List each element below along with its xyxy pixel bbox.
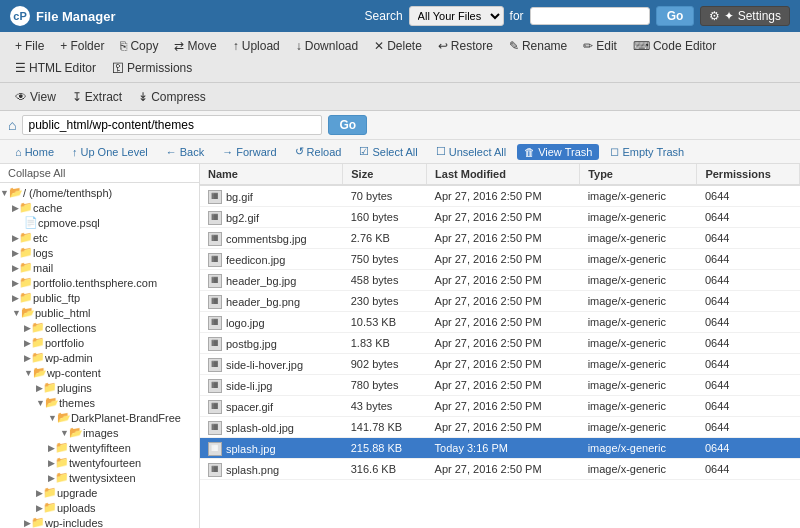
cpanel-logo-icon: cP bbox=[10, 6, 30, 26]
col-modified[interactable]: Last Modified bbox=[427, 164, 580, 185]
file-permissions-cell: 0644 bbox=[697, 354, 800, 375]
tree-item-portfolio[interactable]: ▶ 📁 portfolio bbox=[0, 335, 199, 350]
collapse-all-btn[interactable]: Collapse All bbox=[0, 164, 199, 183]
permissions-button[interactable]: ⚿ Permissions bbox=[105, 58, 199, 78]
tree-item-public-html[interactable]: ▼ 📂 public_html bbox=[0, 305, 199, 320]
tree-item-----home-tenthsph-[interactable]: ▼ 📂 / (/home/tenthsph) bbox=[0, 185, 199, 200]
unselect-all-button[interactable]: ☐ Unselect All bbox=[429, 143, 513, 160]
tree-item-collections[interactable]: ▶ 📁 collections bbox=[0, 320, 199, 335]
tree-item-darkplanet-brandfree[interactable]: ▼ 📂 DarkPlanet-BrandFree bbox=[0, 410, 199, 425]
table-row[interactable]: ▦ splash-old.jpg141.78 KBApr 27, 2016 2:… bbox=[200, 417, 800, 438]
file-size-cell: 780 bytes bbox=[343, 375, 427, 396]
toolbar-primary: + File + Folder ⎘ Copy ⇄ Move ↑ Upload ↓… bbox=[0, 32, 800, 83]
image-file-icon: ▦ bbox=[208, 274, 222, 288]
back-button[interactable]: ← Back bbox=[159, 144, 211, 160]
home-nav-button[interactable]: ⌂ Home bbox=[8, 144, 61, 160]
code-editor-button[interactable]: ⌨ Code Editor bbox=[626, 36, 723, 56]
table-row[interactable]: ▦ spacer.gif43 bytesApr 27, 2016 2:50 PM… bbox=[200, 396, 800, 417]
tree-item-etc[interactable]: ▶ 📁 etc bbox=[0, 230, 199, 245]
tree-item-cache[interactable]: ▶ 📁 cache bbox=[0, 200, 199, 215]
extract-button[interactable]: ↧ Extract bbox=[65, 87, 129, 107]
file-name-cell: ▦ splash.png bbox=[200, 459, 343, 480]
folder-icon: 📁 bbox=[43, 501, 57, 514]
tree-toggle-icon: ▶ bbox=[12, 248, 19, 258]
table-row[interactable]: ▦ bg.gif70 bytesApr 27, 2016 2:50 PMimag… bbox=[200, 185, 800, 207]
copy-button[interactable]: ⎘ Copy bbox=[113, 36, 165, 56]
tree-item-themes[interactable]: ▼ 📂 themes bbox=[0, 395, 199, 410]
path-go-button[interactable]: Go bbox=[328, 115, 367, 135]
col-size[interactable]: Size bbox=[343, 164, 427, 185]
table-row[interactable]: ▦ bg2.gif160 bytesApr 27, 2016 2:50 PMim… bbox=[200, 207, 800, 228]
view-button[interactable]: 👁 View bbox=[8, 87, 63, 107]
col-name[interactable]: Name bbox=[200, 164, 343, 185]
tree-item-twentysixteen[interactable]: ▶ 📁 twentysixteen bbox=[0, 470, 199, 485]
search-area: Search All Your Files File Name File Con… bbox=[365, 6, 790, 26]
upload-button[interactable]: ↑ Upload bbox=[226, 36, 287, 56]
tree-item-upgrade[interactable]: ▶ 📁 upgrade bbox=[0, 485, 199, 500]
folder-button[interactable]: + Folder bbox=[53, 36, 111, 56]
tree-item-wp-includes[interactable]: ▶ 📁 wp-includes bbox=[0, 515, 199, 528]
tree-item-images[interactable]: ▼ 📂 images bbox=[0, 425, 199, 440]
col-type[interactable]: Type bbox=[580, 164, 697, 185]
select-all-button[interactable]: ☑ Select All bbox=[352, 143, 424, 160]
empty-trash-button[interactable]: ◻ Empty Trash bbox=[603, 143, 691, 160]
move-icon: ⇄ bbox=[174, 39, 184, 53]
toolbar-secondary: 👁 View ↧ Extract ↡ Compress bbox=[0, 83, 800, 111]
table-row[interactable]: ▦ splash.jpg215.88 KBToday 3:16 PMimage/… bbox=[200, 438, 800, 459]
search-scope-select[interactable]: All Your Files File Name File Contents bbox=[409, 6, 504, 26]
rename-button[interactable]: ✎ Rename bbox=[502, 36, 574, 56]
table-row[interactable]: ▦ splash.png316.6 KBApr 27, 2016 2:50 PM… bbox=[200, 459, 800, 480]
table-row[interactable]: ▦ header_bg.png230 bytesApr 27, 2016 2:5… bbox=[200, 291, 800, 312]
tree-item-wp-content[interactable]: ▼ 📂 wp-content bbox=[0, 365, 199, 380]
table-row[interactable]: ▦ postbg.jpg1.83 KBApr 27, 2016 2:50 PMi… bbox=[200, 333, 800, 354]
col-permissions[interactable]: Permissions bbox=[697, 164, 800, 185]
file-button[interactable]: + File bbox=[8, 36, 51, 56]
search-input[interactable] bbox=[530, 7, 650, 25]
tree-item-portfolio-tenthsphere-com[interactable]: ▶ 📁 portfolio.tenthsphere.com bbox=[0, 275, 199, 290]
restore-button[interactable]: ↩ Restore bbox=[431, 36, 500, 56]
view-trash-button[interactable]: 🗑 View Trash bbox=[517, 144, 599, 160]
tree-item-public-ftp[interactable]: ▶ 📁 public_ftp bbox=[0, 290, 199, 305]
view-icon: 👁 bbox=[15, 90, 27, 104]
move-button[interactable]: ⇄ Move bbox=[167, 36, 223, 56]
sidebar: Collapse All ▼ 📂 / (/home/tenthsph) ▶ 📁 … bbox=[0, 164, 200, 528]
file-modified-cell: Apr 27, 2016 2:50 PM bbox=[427, 291, 580, 312]
compress-button[interactable]: ↡ Compress bbox=[131, 87, 213, 107]
tree-item-uploads[interactable]: ▶ 📁 uploads bbox=[0, 500, 199, 515]
table-row[interactable]: ▦ feedicon.jpg750 bytesApr 27, 2016 2:50… bbox=[200, 249, 800, 270]
tree-label: etc bbox=[33, 232, 48, 244]
table-row[interactable]: ▦ logo.jpg10.53 KBApr 27, 2016 2:50 PMim… bbox=[200, 312, 800, 333]
settings-button[interactable]: ⚙ ✦ Settings bbox=[700, 6, 790, 26]
tree-toggle-icon: ▶ bbox=[24, 338, 31, 348]
table-row[interactable]: ▦ side-li.jpg780 bytesApr 27, 2016 2:50 … bbox=[200, 375, 800, 396]
download-button[interactable]: ↓ Download bbox=[289, 36, 365, 56]
tree-item-mail[interactable]: ▶ 📁 mail bbox=[0, 260, 199, 275]
forward-button[interactable]: → Forward bbox=[215, 144, 283, 160]
html-editor-button[interactable]: ☰ HTML Editor bbox=[8, 58, 103, 78]
table-row[interactable]: ▦ commentsbg.jpg2.76 KBApr 27, 2016 2:50… bbox=[200, 228, 800, 249]
folder-icon: 📁 bbox=[19, 291, 33, 304]
file-type-cell: image/x-generic bbox=[580, 228, 697, 249]
table-row[interactable]: ▦ header_bg.jpg458 bytesApr 27, 2016 2:5… bbox=[200, 270, 800, 291]
folder-icon: 📁 bbox=[43, 381, 57, 394]
tree-label: public_html bbox=[35, 307, 91, 319]
file-icon: ▦ header_bg.png bbox=[208, 295, 300, 309]
tree-item-twentyfifteen[interactable]: ▶ 📁 twentyfifteen bbox=[0, 440, 199, 455]
tree-item-plugins[interactable]: ▶ 📁 plugins bbox=[0, 380, 199, 395]
path-input[interactable] bbox=[22, 115, 322, 135]
tree-item-logs[interactable]: ▶ 📁 logs bbox=[0, 245, 199, 260]
tree-item-twentyfourteen[interactable]: ▶ 📁 twentyfourteen bbox=[0, 455, 199, 470]
tree-item-wp-admin[interactable]: ▶ 📁 wp-admin bbox=[0, 350, 199, 365]
table-row[interactable]: ▦ side-li-hover.jpg902 bytesApr 27, 2016… bbox=[200, 354, 800, 375]
tree-label: uploads bbox=[57, 502, 96, 514]
tree-toggle-icon: ▶ bbox=[12, 278, 19, 288]
tree-item-cpmove-psql[interactable]: 📄 cpmove.psql bbox=[0, 215, 199, 230]
file-size-cell: 2.76 KB bbox=[343, 228, 427, 249]
file-name-cell: ▦ side-li-hover.jpg bbox=[200, 354, 343, 375]
search-go-button[interactable]: Go bbox=[656, 6, 695, 26]
file-modified-cell: Apr 27, 2016 2:50 PM bbox=[427, 417, 580, 438]
up-one-level-button[interactable]: ↑ Up One Level bbox=[65, 144, 155, 160]
delete-button[interactable]: ✕ Delete bbox=[367, 36, 429, 56]
reload-button[interactable]: ↺ Reload bbox=[288, 143, 349, 160]
edit-button[interactable]: ✏ Edit bbox=[576, 36, 624, 56]
